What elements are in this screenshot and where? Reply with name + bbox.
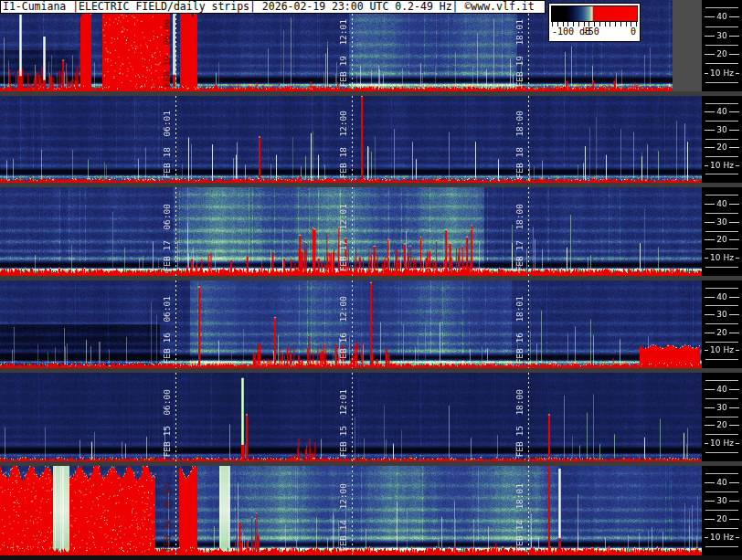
freq-tick — [736, 73, 739, 74]
time-gridline-label: FEB 19 06:00 — [162, 19, 172, 87]
freq-tick — [705, 359, 738, 360]
time-gridline-label: FEB 16 06:01 — [162, 296, 172, 364]
freq-tick-label: 40 — [716, 12, 726, 21]
vlf-daily-strips-screen: FEB 19 06:00FEB 19 12:01FEB 19 18:014030… — [0, 0, 742, 560]
freq-tick — [705, 305, 738, 306]
freq-tick — [705, 323, 738, 324]
freq-tick-label: 40 — [716, 107, 726, 116]
freq-tick-label: 10 Hz — [710, 253, 734, 262]
freq-tick-label: 20 — [716, 49, 726, 58]
freq-tick — [705, 380, 738, 381]
freq-tick — [705, 425, 715, 426]
freq-tick-label: 10 Hz — [710, 345, 734, 354]
freq-tick-label-row: 30 — [702, 217, 742, 227]
freq-tick — [705, 222, 715, 223]
freq-tick-label: 10 Hz — [710, 533, 734, 542]
freq-tick — [705, 36, 715, 37]
freq-tick-label: 40 — [716, 478, 726, 487]
freq-tick — [736, 443, 739, 444]
time-gridline — [528, 187, 529, 276]
freq-tick — [705, 546, 738, 547]
time-gridline — [528, 466, 529, 555]
freq-tick — [736, 537, 739, 538]
freq-tick — [729, 111, 739, 112]
freq-tick — [736, 165, 739, 166]
time-gridline-label: FEB 17 12:01 — [338, 204, 348, 271]
freq-tick — [705, 267, 738, 268]
freq-tick — [705, 398, 738, 399]
freq-tick — [705, 407, 715, 408]
freq-tick-label: 40 — [716, 385, 726, 394]
freq-tick-label: 30 — [716, 496, 726, 505]
freq-tick — [729, 222, 739, 223]
freq-tick-label-row: 30 — [702, 30, 742, 41]
time-gridline-label: FEB 14 06:01 — [162, 483, 172, 551]
time-gridline-label: FEB 18 18:00 — [514, 111, 525, 178]
freq-tick-label-row: 10 Hz — [702, 532, 742, 543]
time-gridline — [175, 466, 176, 555]
freq-tick — [705, 156, 738, 157]
freq-tick — [729, 333, 739, 333]
freq-tick — [729, 389, 739, 390]
time-gridline — [352, 0, 353, 91]
freq-tick — [729, 482, 739, 483]
freq-tick — [729, 425, 739, 426]
freq-tick — [705, 443, 708, 444]
time-gridline — [528, 280, 529, 368]
time-gridline-label: FEB 14 18:01 — [514, 483, 525, 551]
time-gridline-label: FEB 14 12:00 — [338, 483, 348, 551]
freq-tick — [705, 528, 738, 529]
freq-tick — [705, 342, 738, 343]
freq-tick-label: 20 — [716, 143, 726, 152]
freq-tick — [705, 147, 715, 148]
freq-tick-label: 30 — [716, 403, 726, 412]
freq-tick — [705, 121, 738, 122]
freq-tick — [729, 54, 739, 55]
time-gridline-label: FEB 17 06:00 — [162, 204, 172, 271]
time-gridline-label: FEB 15 06:00 — [162, 389, 172, 457]
freq-tick — [705, 519, 715, 520]
colorbar-legend: -100 dB -50 0 — [548, 3, 641, 42]
time-gridline-label: FEB 18 12:00 — [338, 111, 348, 178]
time-gridline-label: FEB 15 18:00 — [514, 389, 525, 457]
freq-tick-label: 20 — [716, 235, 726, 244]
freq-tick — [705, 333, 715, 333]
freq-tick-label: 30 — [716, 217, 726, 227]
freq-tick — [729, 204, 739, 205]
time-gridline-label: FEB 16 12:00 — [338, 296, 348, 364]
time-gridline — [175, 0, 176, 91]
freq-tick — [729, 501, 739, 502]
time-gridline — [528, 0, 529, 91]
freq-tick — [705, 45, 738, 46]
freq-tick-label-row: 40 — [702, 106, 742, 117]
freq-tick-label: 30 — [716, 310, 726, 319]
freq-tick-label: 20 — [716, 420, 726, 429]
freq-tick-label-row: 10 Hz — [702, 68, 742, 79]
freq-tick-label-row: 10 Hz — [702, 252, 742, 263]
freq-tick-label-row: 10 Hz — [702, 160, 742, 171]
time-gridline-label: FEB 16 18:01 — [514, 296, 525, 364]
freq-tick — [705, 537, 708, 538]
freq-tick-label-row: 20 — [702, 234, 742, 245]
colorbar-max-label: 0 — [631, 26, 636, 37]
time-gridline-label: FEB 15 12:01 — [338, 389, 348, 457]
freq-tick — [705, 54, 715, 55]
freq-tick-label: 40 — [716, 199, 726, 208]
freq-tick-label-row: 40 — [702, 198, 742, 209]
freq-tick — [705, 350, 708, 351]
freq-tick — [705, 491, 738, 492]
time-gridline — [175, 187, 176, 276]
freq-tick — [705, 389, 715, 390]
time-gridline — [352, 280, 353, 368]
freq-tick — [705, 213, 738, 214]
freq-tick — [705, 165, 708, 166]
freq-tick-label-row: 30 — [702, 402, 742, 413]
freq-tick — [705, 7, 738, 8]
freq-tick — [705, 139, 738, 140]
freq-tick — [705, 174, 738, 174]
freq-tick-label-row: 40 — [702, 11, 742, 22]
freq-tick — [705, 73, 708, 74]
freq-tick — [705, 103, 738, 104]
time-gridline — [175, 96, 176, 183]
freq-tick — [705, 239, 715, 240]
